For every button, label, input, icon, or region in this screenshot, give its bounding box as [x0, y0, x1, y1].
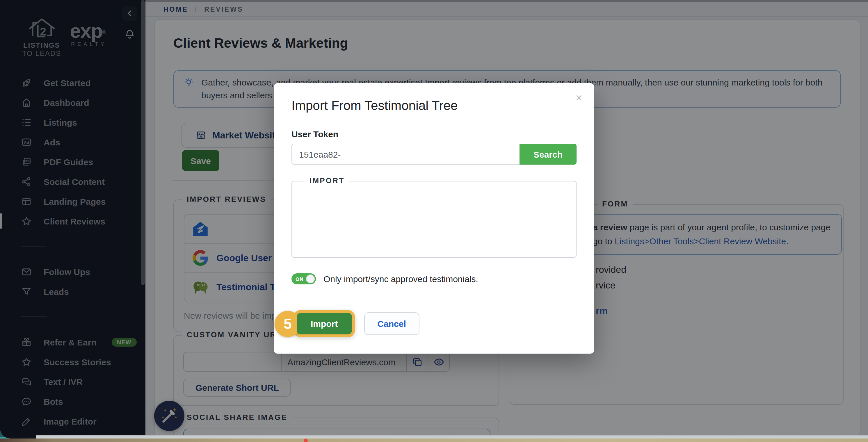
toggle-label: Only import/sync approved testimonials. [323, 274, 478, 284]
import-button[interactable]: Import [297, 313, 352, 335]
close-icon[interactable]: × [576, 91, 582, 105]
user-token-input[interactable] [291, 144, 520, 165]
horizontal-scrollbar[interactable] [36, 435, 868, 439]
search-button[interactable]: Search [520, 144, 577, 165]
approved-toggle-row: ON Only import/sync approved testimonial… [291, 273, 577, 284]
import-results-box: IMPORT [291, 181, 577, 258]
import-button-highlight: 5 Import [294, 310, 354, 337]
app-window: 2 LISTINGS TO LEADS exp® REALTY Get Star… [0, 0, 868, 442]
modal-title: Import From Testimonial Tree [291, 98, 577, 114]
toggle-on-label: ON [296, 276, 304, 282]
desktop-red-dot [304, 439, 308, 442]
toggle-knob [306, 275, 315, 283]
cancel-button[interactable]: Cancel [364, 312, 419, 335]
import-testimonial-tree-modal: Import From Testimonial Tree × User Toke… [274, 83, 594, 354]
user-token-label: User Token [291, 129, 577, 139]
modal-buttons: 5 Import Cancel [291, 310, 577, 337]
token-input-group: Search [291, 144, 577, 165]
approved-only-toggle[interactable]: ON [291, 273, 316, 284]
import-legend: IMPORT [305, 176, 349, 185]
desktop-strip [0, 439, 868, 442]
